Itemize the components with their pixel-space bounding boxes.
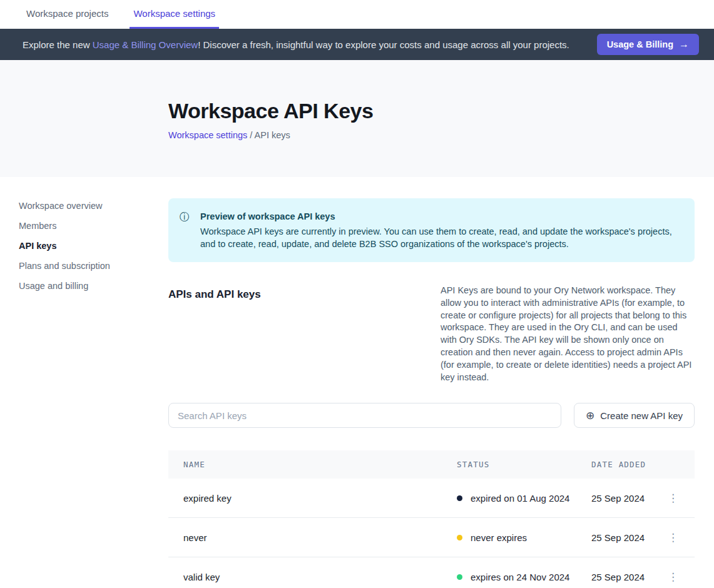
apis-section: APIs and API keys API Keys are bound to … — [168, 285, 695, 383]
banner-text-before: Explore the new — [23, 39, 93, 50]
status-text: expires on 24 Nov 2024 — [471, 572, 569, 582]
table-row: valid key expires on 24 Nov 2024 25 Sep … — [168, 557, 695, 588]
arrow-right-icon: → — [679, 39, 689, 50]
tab-workspace-projects[interactable]: Workspace projects — [23, 0, 112, 29]
status-text: expired on 01 Aug 2024 — [471, 493, 569, 504]
breadcrumb-workspace-settings-link[interactable]: Workspace settings — [168, 130, 247, 140]
sidebar-item-members[interactable]: Members — [19, 216, 168, 236]
api-key-status: expired on 01 Aug 2024 — [457, 493, 591, 504]
breadcrumb-separator: / — [247, 130, 254, 140]
tab-workspace-settings[interactable]: Workspace settings — [130, 0, 219, 29]
search-input[interactable] — [168, 403, 561, 428]
api-key-name: valid key — [183, 572, 457, 582]
plus-circle-icon: ⊕ — [586, 409, 594, 422]
usage-billing-button-label: Usage & Billing — [607, 39, 673, 49]
info-icon: ⓘ — [180, 210, 190, 250]
settings-sidebar: Workspace overview Members API keys Plan… — [0, 177, 168, 296]
section-heading: APIs and API keys — [168, 285, 261, 383]
column-header-name: NAME — [183, 460, 457, 469]
kebab-menu-icon[interactable]: ⋮ — [666, 530, 680, 545]
usage-billing-overview-link[interactable]: Usage & Billing Overview — [93, 39, 198, 50]
banner-text-after: ! Discover a fresh, insightful way to ex… — [198, 39, 569, 50]
api-key-name: expired key — [183, 493, 457, 504]
table-row: expired key expired on 01 Aug 2024 25 Se… — [168, 479, 695, 518]
preview-callout-title: Preview of workspace API keys — [200, 210, 680, 223]
column-header-status: STATUS — [457, 460, 591, 469]
status-dot-icon — [457, 495, 462, 501]
page-header: Workspace API Keys Workspace settings / … — [0, 60, 714, 177]
usage-billing-button[interactable]: Usage & Billing → — [597, 34, 699, 55]
api-keys-table: NAME STATUS DATE ADDED expired key expir… — [168, 450, 695, 588]
date-added: 25 Sep 2024 — [591, 572, 666, 582]
table-row: never never expires 25 Sep 2024 ⋮ — [168, 518, 695, 557]
date-added: 25 Sep 2024 — [591, 532, 666, 543]
content-area: ⓘ Preview of workspace API keys Workspac… — [168, 177, 695, 588]
breadcrumb: Workspace settings / API keys — [168, 130, 714, 140]
status-dot-icon — [457, 574, 462, 580]
api-key-status: never expires — [457, 532, 591, 543]
main-layout: Workspace overview Members API keys Plan… — [0, 177, 714, 588]
top-tab-bar: Workspace projects Workspace settings — [0, 0, 714, 29]
date-added: 25 Sep 2024 — [591, 493, 666, 504]
api-key-status: expires on 24 Nov 2024 — [457, 572, 591, 582]
preview-callout: ⓘ Preview of workspace API keys Workspac… — [168, 198, 695, 262]
sidebar-item-usage-and-billing[interactable]: Usage and billing — [19, 276, 168, 296]
promo-banner-text: Explore the new Usage & Billing Overview… — [23, 39, 597, 50]
status-dot-icon — [457, 535, 462, 540]
kebab-menu-icon[interactable]: ⋮ — [666, 569, 680, 585]
sidebar-item-api-keys[interactable]: API keys — [19, 236, 168, 256]
sidebar-item-workspace-overview[interactable]: Workspace overview — [19, 196, 168, 216]
table-actions: ⊕ Create new API key — [168, 403, 695, 428]
create-api-key-label: Create new API key — [600, 410, 683, 421]
preview-callout-body: Workspace API keys are currently in prev… — [200, 225, 680, 250]
page-title: Workspace API Keys — [168, 99, 714, 123]
create-api-key-button[interactable]: ⊕ Create new API key — [574, 403, 695, 428]
column-header-date-added: DATE ADDED — [591, 460, 666, 469]
table-header-row: NAME STATUS DATE ADDED — [168, 450, 695, 479]
status-text: never expires — [471, 532, 527, 543]
section-description: API Keys are bound to your Ory Network w… — [441, 285, 695, 383]
api-key-name: never — [183, 532, 457, 543]
kebab-menu-icon[interactable]: ⋮ — [666, 490, 680, 506]
promo-banner: Explore the new Usage & Billing Overview… — [0, 29, 714, 60]
preview-callout-text: Preview of workspace API keys Workspace … — [200, 210, 680, 250]
breadcrumb-current: API keys — [255, 130, 290, 140]
sidebar-item-plans-and-subscription[interactable]: Plans and subscription — [19, 256, 168, 276]
